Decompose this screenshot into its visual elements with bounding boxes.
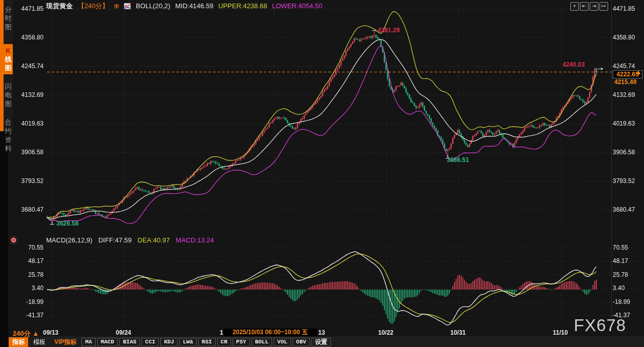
indicator-button-BIAS[interactable]: BIAS	[119, 338, 140, 346]
macd-diff-value: DIFF:47.59	[98, 236, 132, 244]
indicator-button-VOL[interactable]: VOL	[274, 338, 291, 346]
price-axis-tick-right: 3906.58	[613, 149, 643, 156]
price-axis-tick-left: 4245.74	[13, 63, 44, 70]
price-axis-tick-left: 3793.52	[13, 177, 44, 185]
boll-settings-label: BOLL(20,2)	[136, 2, 170, 10]
recent-high-label: 4240.03	[563, 61, 585, 68]
xaxis-tick: 09/13	[43, 329, 58, 336]
indicator-button-CR[interactable]: CR	[217, 338, 231, 346]
indicator-button-MA[interactable]: MA	[81, 338, 95, 346]
sidebar-tab-闪电图[interactable]: 闪 电 图	[0, 80, 13, 110]
macd-header: MACD(26,12,9) DIFF:47.59 DEA:40.97 MACD:…	[46, 236, 218, 244]
price-up-arrow-icon: ▲	[635, 68, 642, 76]
xaxis-label-fragment: 13	[318, 329, 325, 336]
sidebar-tab-合约资料[interactable]: 合 约 资 料	[0, 116, 13, 155]
chart-tool-icons: +⇤⇥↦	[570, 2, 608, 11]
macd-axis-tick-right: 48.17	[613, 257, 643, 264]
price-axis-tick-right: 4358.80	[613, 34, 643, 41]
crosshair-date-tooltip: 2025/10/03 06:00~10:00 五	[223, 329, 317, 336]
macd-dea-value: DEA:40.97	[138, 236, 170, 244]
boll-mid-value: MID:4146.59	[175, 2, 213, 10]
secondary-price-label: 4215.49	[614, 78, 636, 86]
candlestick-chart-canvas[interactable]	[0, 0, 644, 347]
macd-axis-tick-left: 3.40	[13, 284, 44, 292]
macd-axis-tick-left: -41.37	[13, 312, 44, 319]
xaxis-tick: 11/10	[553, 329, 568, 336]
mouse-cursor-arrow: →	[592, 63, 606, 73]
macd-axis-tick-right: 3.40	[613, 284, 643, 292]
sidebar-tab-K线图[interactable]: K 线 图	[0, 44, 13, 74]
indicator-settings-sun-icon[interactable]	[11, 238, 16, 242]
trading-app-window: 分 时 图K 线 图闪 电 图合 约 资 料 现货黄金 【240分】 ⊕ BOL…	[0, 0, 644, 347]
mini-chart-icon[interactable]	[124, 2, 131, 10]
start-low-label: 3626.58	[56, 220, 78, 227]
sidebar-tab-分时图[interactable]: 分 时 图	[0, 3, 13, 33]
indicator-button-PSY[interactable]: PSY	[233, 338, 250, 346]
price-axis-tick-right: 4132.69	[613, 91, 643, 98]
macd-settings-label: MACD(26,12,9)	[46, 236, 92, 244]
swing-low-label: 3886.51	[447, 156, 469, 164]
xaxis-tick: 10/31	[450, 329, 466, 336]
macd-axis-tick-left: 48.17	[13, 257, 44, 264]
chart-header: 现货黄金 【240分】 ⊕ BOLL(20,2) MID:4146.59 UPP…	[46, 2, 325, 11]
price-axis-tick-left: 3680.47	[13, 206, 44, 213]
price-axis-tick-left: 3906.58	[13, 149, 44, 156]
toolbar-tab-VIP指标[interactable]: VIP指标	[51, 337, 80, 347]
indicator-button-RSI[interactable]: RSI	[198, 338, 216, 346]
indicator-button-BOLL[interactable]: BOLL	[252, 338, 272, 346]
indicator-button-OBV[interactable]: OBV	[293, 338, 310, 346]
macd-axis-tick-right: 25.78	[613, 271, 643, 278]
price-axis-tick-left: 4358.80	[13, 34, 44, 41]
chart-high-label: 4381.29	[378, 27, 400, 34]
price-axis-tick-left: 4132.69	[13, 91, 44, 98]
indicator-button-CCI[interactable]: CCI	[141, 338, 159, 346]
macd-value: MACD:13.24	[176, 236, 214, 244]
price-axis-tick-right: 4019.63	[613, 120, 643, 127]
boll-upper-value: UPPER:4238.68	[218, 2, 267, 10]
xaxis-tick: 10/22	[378, 329, 393, 336]
fx678-watermark: FX678	[574, 316, 626, 335]
boll-lower-value: LOWER:4054.50	[272, 2, 322, 10]
macd-axis-tick-right: 70.55	[613, 244, 643, 251]
price-axis-tick-right: 3793.52	[613, 177, 643, 185]
restore-scale-icon[interactable]: ↦	[599, 2, 608, 11]
settings-button[interactable]: 设置	[311, 338, 331, 346]
macd-axis-tick-left: -18.99	[13, 298, 44, 305]
price-axis-tick-right: 3680.47	[613, 206, 643, 213]
xaxis-tick: 09/24	[116, 329, 131, 336]
indicator-button-KDJ[interactable]: KDJ	[160, 338, 178, 346]
indicator-button-LW&[interactable]: LW&	[179, 338, 197, 346]
toolbar-tab-指标[interactable]: 指标	[9, 337, 28, 347]
toolbar-tab-模板[interactable]: 模板	[30, 337, 49, 347]
period-label: 【240分】	[78, 2, 109, 10]
circle-plus-icon[interactable]: ⊕	[114, 2, 119, 10]
instrument-title: 现货黄金	[46, 2, 73, 10]
indicator-button-MACD[interactable]: MACD	[97, 338, 118, 346]
macd-axis-tick-left: 25.78	[13, 271, 44, 278]
compress-x-axis-icon[interactable]: ⇤	[580, 2, 589, 11]
expand-x-axis-icon[interactable]: ⇥	[590, 2, 598, 11]
macd-axis-tick-left: 70.55	[13, 244, 44, 251]
indicator-toolbar: 指标模板VIP指标MAMACDBIASCCIKDJLW&RSICRPSYBOLL…	[9, 337, 331, 346]
price-axis-tick-left: 4471.85	[13, 5, 44, 12]
price-axis-tick-left: 4019.63	[13, 120, 44, 127]
xaxis-label-fragment: 1	[220, 329, 223, 336]
price-axis-tick-right: 4471.85	[613, 5, 643, 12]
macd-axis-tick-right: -18.99	[613, 298, 643, 305]
sidebar-lower-strip	[0, 131, 8, 347]
pan-icon[interactable]: +	[570, 2, 579, 11]
